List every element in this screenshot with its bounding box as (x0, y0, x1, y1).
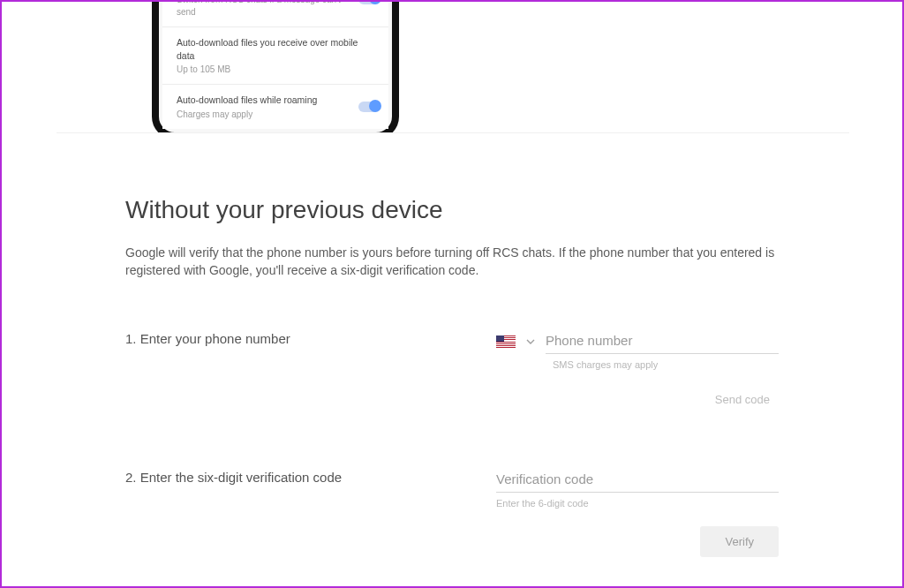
us-flag-icon[interactable] (496, 335, 516, 348)
phone-mockup: Automatically resend as text (SMS/MMS) S… (152, 0, 399, 132)
setting-sub: Charges may apply (177, 109, 353, 121)
setting-title: Auto-download files you receive over mob… (177, 36, 376, 61)
verification-code-input[interactable] (496, 468, 779, 493)
setting-row-auto-download-roaming[interactable]: Auto-download files while roaming Charge… (162, 84, 388, 129)
section-divider (56, 132, 849, 133)
verification-helper: Enter the 6-digit code (496, 498, 779, 509)
section-description: Google will verify that the phone number… (125, 244, 779, 280)
setting-sub: Switch from RCS chats if a message can't… (177, 0, 353, 18)
step-2-label: 2. Enter the six-digit verification code (125, 468, 496, 485)
phone-frame: Automatically resend as text (SMS/MMS) S… (152, 0, 399, 132)
step-1: 1. Enter your phone number SMS charges m… (125, 329, 779, 411)
setting-row-resend-sms[interactable]: Automatically resend as text (SMS/MMS) S… (162, 0, 388, 26)
phone-number-input[interactable] (546, 329, 779, 354)
verify-button[interactable]: Verify (700, 526, 779, 557)
section-title: Without your previous device (125, 196, 779, 224)
setting-title: Auto-download files while roaming (177, 94, 376, 106)
step-1-label: 1. Enter your phone number (125, 329, 496, 346)
sms-charges-helper: SMS charges may apply (553, 359, 779, 370)
send-code-button[interactable]: Send code (712, 388, 773, 411)
step-2: 2. Enter the six-digit verification code… (125, 468, 779, 557)
chevron-down-icon[interactable] (526, 337, 535, 346)
toggle-on[interactable] (358, 0, 380, 4)
setting-sub: Up to 105 MB (177, 64, 353, 76)
toggle-on[interactable] (358, 102, 380, 112)
setting-row-auto-download-mobile[interactable]: Auto-download files you receive over mob… (162, 26, 388, 84)
